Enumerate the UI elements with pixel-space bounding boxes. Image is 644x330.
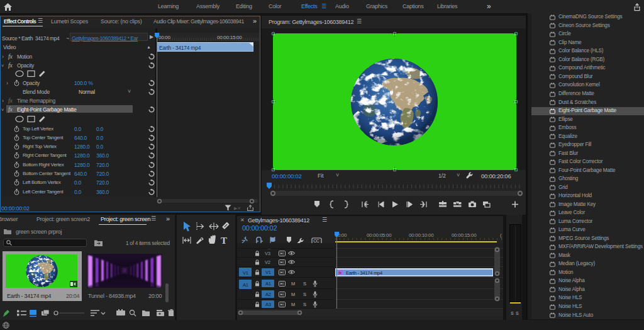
svg-text:fx: fx [338,271,341,275]
svg-text:T: T [221,236,227,246]
